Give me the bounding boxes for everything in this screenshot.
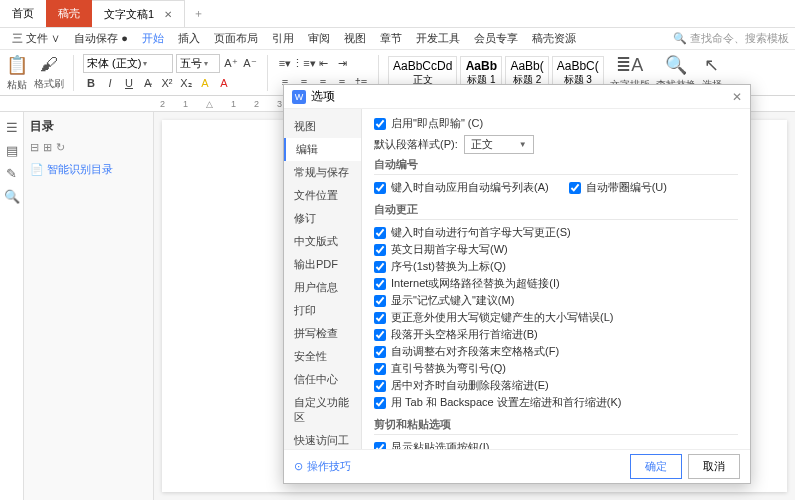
chk-autolist[interactable]: [374, 182, 386, 194]
chk-ac-7[interactable]: [374, 346, 386, 358]
side-spell[interactable]: 拼写检查: [284, 322, 361, 345]
chk-ac-1[interactable]: [374, 244, 386, 256]
app-icon: W: [292, 90, 306, 104]
menu-start[interactable]: 开始: [136, 29, 170, 48]
separator: [267, 55, 268, 91]
superscript-button[interactable]: X²: [159, 75, 175, 91]
side-user[interactable]: 用户信息: [284, 276, 361, 299]
dialog-title: 选项: [311, 88, 335, 105]
grow-font-button[interactable]: A⁺: [223, 56, 239, 72]
group-autonumber: 自动编号: [374, 157, 738, 175]
menu-section[interactable]: 章节: [374, 29, 408, 48]
menu-dev[interactable]: 开发工具: [410, 29, 466, 48]
font-color-button[interactable]: A: [216, 75, 232, 91]
underline-button[interactable]: U: [121, 75, 137, 91]
text-layout-icon: ≣A: [616, 54, 643, 76]
bullets-button[interactable]: ≡▾: [277, 56, 293, 72]
separator: [73, 55, 74, 91]
ok-button[interactable]: 确定: [630, 454, 682, 479]
search-box[interactable]: 🔍查找命令、搜索模板: [673, 31, 789, 46]
menu-resource[interactable]: 稿壳资源: [526, 29, 582, 48]
side-print[interactable]: 打印: [284, 299, 361, 322]
outline-title: 目录: [30, 118, 147, 135]
outline-item-smart[interactable]: 📄智能识别目录: [30, 160, 147, 179]
paste-icon: 📋: [6, 54, 28, 76]
menu-review[interactable]: 审阅: [302, 29, 336, 48]
side-pdf[interactable]: 输出PDF: [284, 253, 361, 276]
left-toolbar: ☰ ▤ ✎ 🔍: [0, 112, 24, 500]
side-customribbon[interactable]: 自定义功能区: [284, 391, 361, 429]
chk-ac-9[interactable]: [374, 380, 386, 392]
new-tab-button[interactable]: ＋: [185, 6, 212, 21]
menu-bar: 三 文件 ∨ 自动保存 ● 开始 插入 页面布局 引用 审阅 视图 章节 开发工…: [0, 28, 795, 50]
close-icon[interactable]: ✕: [164, 9, 172, 20]
bold-button[interactable]: B: [83, 75, 99, 91]
nav-icon[interactable]: ☰: [6, 120, 18, 135]
chk-circle-num[interactable]: [569, 182, 581, 194]
search-icon[interactable]: 🔍: [4, 189, 20, 204]
brush-icon: 🖌: [40, 54, 58, 75]
side-filepos[interactable]: 文件位置: [284, 184, 361, 207]
font-select[interactable]: 宋体 (正文)▾: [83, 54, 173, 73]
tab-home[interactable]: 首页: [0, 0, 46, 27]
dialog-titlebar: W 选项 ✕: [284, 85, 750, 109]
side-revision[interactable]: 修订: [284, 207, 361, 230]
side-view[interactable]: 视图: [284, 115, 361, 138]
chk-ac-2[interactable]: [374, 261, 386, 273]
chk-click-type[interactable]: [374, 118, 386, 130]
combo-default-style[interactable]: 正文▼: [464, 135, 534, 154]
menu-reference[interactable]: 引用: [266, 29, 300, 48]
chk-ac-0[interactable]: [374, 227, 386, 239]
subscript-button[interactable]: X₂: [178, 75, 194, 91]
chk-ac-6[interactable]: [374, 329, 386, 341]
close-icon[interactable]: ✕: [732, 90, 742, 104]
search-icon: 🔍: [673, 32, 687, 45]
chk-ac-3[interactable]: [374, 278, 386, 290]
chk-ac-5[interactable]: [374, 312, 386, 324]
shrink-font-button[interactable]: A⁻: [242, 56, 258, 72]
chk-ac-8[interactable]: [374, 363, 386, 375]
numbering-button[interactable]: ⋮≡▾: [296, 56, 312, 72]
menu-vip[interactable]: 会员专享: [468, 29, 524, 48]
italic-button[interactable]: I: [102, 75, 118, 91]
menu-insert[interactable]: 插入: [172, 29, 206, 48]
dialog-content: 启用"即点即输" (C) 默认段落样式(P):正文▼ 自动编号 键入时自动应用自…: [362, 109, 750, 449]
indent-right-button[interactable]: ⇥: [334, 56, 350, 72]
cancel-button[interactable]: 取消: [688, 454, 740, 479]
menu-view[interactable]: 视图: [338, 29, 372, 48]
brush-button[interactable]: 🖌格式刷: [34, 54, 64, 91]
size-select[interactable]: 五号▾: [176, 54, 220, 73]
highlight-button[interactable]: A: [197, 75, 213, 91]
strike-button[interactable]: A̶: [140, 75, 156, 91]
cursor-icon: ↖: [704, 54, 719, 76]
dialog-footer: ⊙操作技巧 确定 取消: [284, 449, 750, 483]
chk-ac-10[interactable]: [374, 397, 386, 409]
tab-recycle[interactable]: 稿壳: [46, 0, 92, 27]
chk-ac-4[interactable]: [374, 295, 386, 307]
expand-icon[interactable]: ⊞: [43, 141, 52, 154]
side-chinese[interactable]: 中文版式: [284, 230, 361, 253]
collapse-icon[interactable]: ⊟: [30, 141, 39, 154]
note-icon[interactable]: ✎: [6, 166, 17, 181]
side-quickaccess[interactable]: 快速访问工具栏: [284, 429, 361, 449]
doc-icon: 📄: [30, 163, 44, 176]
side-edit[interactable]: 编辑: [284, 138, 361, 161]
search-icon: 🔍: [665, 54, 687, 76]
side-security[interactable]: 安全性: [284, 345, 361, 368]
group-autocorrect: 自动更正: [374, 202, 738, 220]
tips-link[interactable]: ⊙操作技巧: [294, 459, 351, 474]
chk-paste-btn[interactable]: [374, 442, 386, 450]
menu-file[interactable]: 三 文件 ∨: [6, 29, 66, 48]
menu-layout[interactable]: 页面布局: [208, 29, 264, 48]
paste-button[interactable]: 📋粘贴: [6, 54, 28, 92]
menu-autosave[interactable]: 自动保存 ●: [68, 29, 134, 48]
side-general[interactable]: 常规与保存: [284, 161, 361, 184]
outline-tools: ⊟ ⊞ ↻: [30, 141, 147, 154]
options-dialog: W 选项 ✕ 视图 编辑 常规与保存 文件位置 修订 中文版式 输出PDF 用户…: [283, 84, 751, 484]
tab-document[interactable]: 文字文稿1✕: [92, 0, 185, 27]
dialog-sidebar: 视图 编辑 常规与保存 文件位置 修订 中文版式 输出PDF 用户信息 打印 拼…: [284, 109, 362, 449]
outline-icon[interactable]: ▤: [6, 143, 18, 158]
indent-left-button[interactable]: ⇤: [315, 56, 331, 72]
side-trust[interactable]: 信任中心: [284, 368, 361, 391]
refresh-icon[interactable]: ↻: [56, 141, 65, 154]
